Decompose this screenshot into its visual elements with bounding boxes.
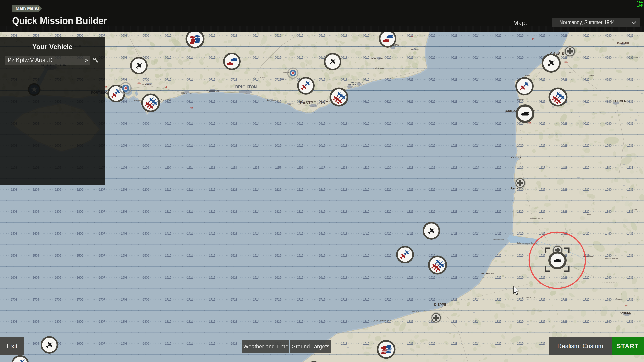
svg-text:1311: 1311: [187, 210, 193, 213]
svg-text:0727: 0727: [539, 78, 546, 81]
svg-text:1823: 1823: [451, 320, 458, 323]
svg-text:0829: 0829: [583, 100, 590, 103]
svg-text:0510: 0510: [165, 34, 171, 37]
svg-text:0831: 0831: [627, 100, 634, 103]
svg-text:0711: 0711: [187, 78, 193, 81]
svg-text:1212: 1212: [209, 188, 215, 191]
svg-text:1729: 1729: [583, 298, 590, 301]
svg-text:0622: 0622: [429, 56, 435, 59]
svg-text:1703: 1703: [11, 298, 17, 301]
svg-text:1310: 1310: [165, 210, 171, 213]
svg-text:1015: 1015: [275, 144, 281, 147]
svg-text:1922: 1922: [429, 342, 435, 345]
svg-text:1723: 1723: [451, 298, 458, 301]
svg-text:1727: 1727: [539, 298, 546, 301]
svg-text:1630: 1630: [605, 276, 612, 279]
svg-text:1409: 1409: [143, 232, 149, 235]
svg-text:0827: 0827: [539, 100, 546, 103]
svg-text:0519: 0519: [363, 34, 370, 37]
svg-text:0925: 0925: [495, 122, 502, 125]
svg-text:0714: 0714: [253, 78, 259, 81]
svg-text:1321: 1321: [407, 210, 414, 213]
svg-text:0512: 0512: [209, 34, 215, 37]
svg-text:Newhaven: Newhaven: [266, 99, 275, 101]
svg-text:0911: 0911: [187, 122, 193, 125]
svg-text:1511: 1511: [187, 254, 193, 257]
svg-text:0812: 0812: [209, 100, 215, 103]
svg-text:0616: 0616: [297, 56, 303, 59]
svg-text:0815: 0815: [275, 100, 281, 103]
svg-text:1605: 1605: [55, 276, 61, 279]
svg-text:0618: 0618: [341, 56, 347, 59]
svg-text:1811: 1811: [187, 320, 193, 323]
svg-text:1118: 1118: [341, 166, 347, 169]
svg-text:1412: 1412: [209, 232, 215, 235]
svg-text:0529: 0529: [583, 34, 590, 37]
svg-text:1706: 1706: [77, 298, 83, 301]
svg-text:0924: 0924: [473, 122, 479, 125]
svg-text:1126: 1126: [517, 166, 524, 169]
svg-text:1225: 1225: [495, 188, 502, 191]
svg-text:1510: 1510: [165, 254, 171, 257]
svg-text:1431: 1431: [627, 232, 634, 235]
svg-text:1613: 1613: [231, 276, 237, 279]
svg-text:0712: 0712: [209, 78, 215, 81]
svg-text:1608: 1608: [121, 276, 127, 279]
svg-text:0522: 0522: [429, 34, 435, 37]
svg-text:1109: 1109: [143, 166, 149, 169]
svg-text:1513: 1513: [231, 254, 237, 257]
svg-text:WORTHING: WORTHING: [206, 89, 219, 92]
svg-text:1911: 1911: [187, 342, 193, 345]
svg-text:0623: 0623: [451, 56, 458, 59]
svg-text:1908: 1908: [121, 342, 127, 345]
svg-text:0516: 0516: [297, 34, 303, 37]
svg-text:1405: 1405: [55, 232, 61, 235]
svg-text:0619: 0619: [363, 56, 370, 59]
svg-text:1621: 1621: [407, 276, 414, 279]
svg-text:Conchil-le-Temple: Conchil-le-Temple: [529, 218, 543, 220]
svg-text:0626: 0626: [517, 56, 524, 59]
svg-text:1220: 1220: [385, 188, 391, 191]
svg-text:1603: 1603: [11, 276, 17, 279]
svg-text:1312: 1312: [209, 210, 215, 213]
svg-text:1029: 1029: [583, 144, 590, 147]
svg-text:0709: 0709: [143, 78, 149, 81]
svg-text:0910: 0910: [165, 122, 171, 125]
svg-text:1413: 1413: [231, 232, 237, 235]
svg-text:1227: 1227: [539, 188, 546, 191]
svg-text:0908: 0908: [121, 122, 127, 125]
svg-text:Arundel: Arundel: [260, 76, 266, 78]
svg-text:Saint-Valery-en-Caux: Saint-Valery-en-Caux: [374, 320, 391, 322]
svg-text:0710: 0710: [165, 78, 171, 81]
svg-text:1213: 1213: [231, 188, 237, 191]
svg-text:0929: 0929: [583, 122, 590, 125]
svg-text:1030: 1030: [605, 144, 612, 147]
svg-text:1831: 1831: [627, 320, 634, 323]
svg-text:New Romney: New Romney: [410, 48, 421, 50]
svg-text:0729: 0729: [583, 78, 590, 81]
svg-text:1714: 1714: [253, 298, 259, 301]
svg-text:1918: 1918: [341, 342, 347, 345]
svg-text:1805: 1805: [55, 320, 61, 323]
svg-text:0824: 0824: [473, 100, 479, 103]
svg-text:1324: 1324: [473, 210, 479, 213]
svg-text:1625: 1625: [495, 276, 502, 279]
svg-text:1318: 1318: [341, 210, 347, 213]
svg-text:1108: 1108: [121, 166, 127, 169]
svg-text:1910: 1910: [165, 342, 171, 345]
svg-text:1616: 1616: [297, 276, 303, 279]
svg-text:1315: 1315: [275, 210, 281, 213]
svg-text:0919: 0919: [363, 122, 370, 125]
svg-text:0811: 0811: [187, 100, 193, 103]
svg-text:0610: 0610: [165, 56, 171, 59]
svg-text:LE TOUQUET: LE TOUQUET: [510, 156, 523, 159]
svg-text:1320: 1320: [385, 210, 391, 213]
svg-text:CHICHESTER: CHICHESTER: [142, 84, 155, 86]
svg-text:0813: 0813: [231, 100, 237, 103]
svg-text:1609: 1609: [143, 276, 149, 279]
svg-text:1326: 1326: [517, 210, 524, 213]
svg-text:0730: 0730: [605, 78, 612, 81]
svg-text:0825: 0825: [495, 100, 502, 103]
svg-text:1526: 1526: [517, 254, 524, 257]
svg-text:1804: 1804: [33, 320, 39, 323]
